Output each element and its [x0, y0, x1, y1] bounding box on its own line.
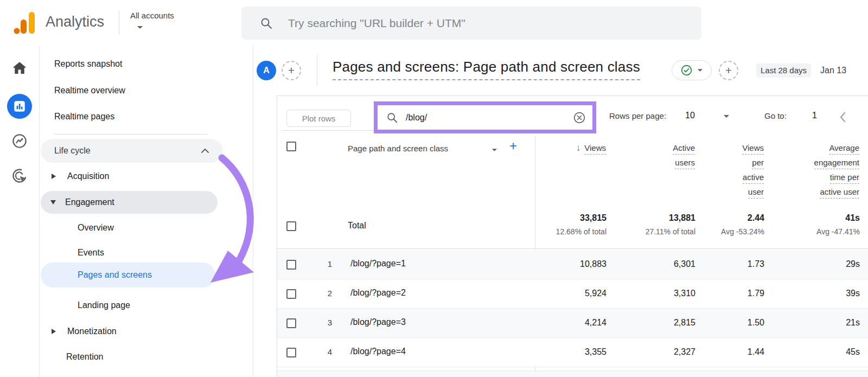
row-checkbox[interactable]	[286, 260, 296, 270]
table-total-row: Total 33,81512.68% of total 13,88127.11%…	[277, 204, 868, 249]
row-checkbox[interactable]	[286, 318, 296, 328]
row-checkbox[interactable]	[286, 348, 296, 357]
dimension-header[interactable]: Page path and screen class	[348, 144, 448, 153]
explore-icon[interactable]	[11, 133, 28, 149]
header-divider	[317, 55, 317, 86]
global-search-bar[interactable]: Try searching "URL builder + UTM"	[241, 7, 701, 40]
total-views: 33,81512.68% of total	[556, 213, 607, 236]
expand-right-icon	[52, 174, 56, 179]
total-active-users: 13,88127.11% of total	[646, 213, 695, 236]
sidebar-item-events[interactable]: Events	[78, 245, 104, 260]
report-nav-sidebar: Reports snapshot Realtime overview Realt…	[40, 46, 253, 377]
views-per-active-user-value: 1.50	[748, 318, 764, 328]
views-per-active-user-value: 1.79	[748, 289, 764, 298]
table-search-input[interactable]: /blog/	[374, 101, 596, 133]
table-row: 2 /blog/?page=2 5,924 3,310 1.79 39s	[277, 279, 868, 309]
next-row-partial	[277, 370, 868, 377]
views-value: 10,883	[580, 259, 607, 269]
total-row-checkbox[interactable]	[286, 221, 296, 231]
page-path: /blog/?page=4	[350, 347, 406, 356]
report-status-dropdown[interactable]	[672, 60, 712, 80]
expand-right-icon	[52, 329, 56, 334]
clear-search-icon[interactable]	[573, 111, 586, 124]
home-icon[interactable]	[11, 60, 28, 76]
active-users-value: 3,310	[674, 289, 695, 298]
select-all-checkbox[interactable]	[286, 142, 296, 151]
check-circle-icon	[681, 65, 692, 76]
active-users-value: 2,327	[674, 347, 695, 357]
sidebar-group-monetization[interactable]: Monetization	[41, 324, 117, 339]
sidebar-group-engagement[interactable]: Engagement	[41, 191, 218, 214]
page-path: /blog/?page=1	[350, 259, 406, 269]
section-label: Life cycle	[54, 146, 91, 156]
share-insights-button[interactable]: +	[719, 61, 738, 80]
avg-engagement-time-value: 29s	[846, 259, 860, 269]
sidebar-item-overview[interactable]: Overview	[78, 220, 114, 235]
product-name: Analytics	[46, 14, 104, 30]
add-dimension-icon[interactable]: +	[509, 138, 517, 154]
row-number: 4	[323, 347, 336, 356]
avg-engagement-time-value: 39s	[846, 289, 860, 298]
ga-app: Analytics All accounts Try searching "UR…	[0, 0, 868, 377]
search-icon	[386, 112, 398, 124]
table-row: 1 /blog/?page=1 10,883 6,301 1.73 29s	[277, 250, 868, 279]
rows-per-page-value[interactable]: 10	[685, 111, 695, 120]
date-range-selector[interactable]: Last 28 days	[756, 63, 811, 78]
sidebar-item-realtime-pages[interactable]: Realtime pages	[54, 109, 114, 124]
total-avg-engagement-time: 41sAvg -47.41%	[816, 213, 860, 236]
column-header-views[interactable]: ↓ Views	[576, 143, 606, 157]
sidebar-item-retention[interactable]: Retention	[66, 349, 104, 365]
report-title[interactable]: Pages and screens: Page path and screen …	[333, 59, 640, 80]
row-number: 2	[323, 289, 336, 298]
row-number: 1	[323, 259, 336, 269]
row-checkbox[interactable]	[286, 289, 296, 299]
column-header-average-engagement-time[interactable]: Average engagement time per active user	[814, 143, 859, 201]
sidebar-divider	[54, 134, 208, 135]
account-switcher[interactable]: All accounts	[130, 11, 174, 20]
views-value: 4,214	[585, 318, 607, 328]
nav-rail	[0, 46, 40, 377]
caret-down-icon[interactable]	[723, 114, 730, 118]
page-path: /blog/?page=3	[350, 317, 406, 327]
caret-down-icon[interactable]	[492, 148, 497, 152]
sidebar-item-reports-snapshot[interactable]: Reports snapshot	[54, 56, 122, 72]
avg-engagement-time-value: 21s	[846, 318, 860, 328]
date-range-start: Jan 13	[820, 63, 846, 78]
sidebar-item-landing-page[interactable]: Landing page	[78, 298, 130, 313]
active-users-value: 6,301	[674, 259, 695, 269]
search-placeholder: Try searching "URL builder + UTM"	[288, 17, 465, 30]
sidebar-group-acquisition[interactable]: Acquisition	[41, 169, 109, 184]
property-avatar[interactable]: A	[257, 61, 276, 80]
views-per-active-user-value: 1.44	[748, 347, 764, 357]
plot-rows-button[interactable]: Plot rows	[286, 110, 351, 127]
search-icon	[260, 17, 273, 30]
avg-engagement-time-value: 45s	[846, 347, 860, 357]
page-path: /blog/?page=2	[350, 288, 406, 298]
topbar-divider	[119, 11, 119, 35]
chevron-up-icon	[201, 149, 209, 153]
analytics-logo-icon	[13, 11, 37, 35]
sidebar-item-pages-and-screens[interactable]: Pages and screens	[41, 263, 215, 287]
column-header-active-users[interactable]: Active users	[673, 143, 695, 172]
table-search-value: /blog/	[406, 113, 427, 123]
advertising-icon[interactable]	[11, 168, 28, 184]
chevron-left-icon[interactable]	[837, 110, 849, 124]
sidebar-item-realtime-overview[interactable]: Realtime overview	[54, 83, 125, 98]
sidebar-section-life-cycle[interactable]: Life cycle	[41, 139, 223, 163]
reports-icon[interactable]	[7, 94, 32, 119]
table-row: 4 /blog/?page=4 3,355 2,327 1.44 45s	[277, 338, 868, 367]
go-to-page-input[interactable]: 1	[812, 111, 817, 120]
top-bar: Analytics All accounts Try searching "UR…	[0, 0, 868, 46]
views-per-active-user-value: 1.73	[748, 259, 764, 269]
sort-descending-icon: ↓	[576, 143, 581, 153]
caret-down-icon	[697, 68, 703, 72]
add-comparison-button[interactable]: +	[282, 61, 301, 80]
column-header-views-per-active-user[interactable]: Views per active user	[742, 143, 764, 201]
toolbar-underline	[282, 130, 374, 131]
active-users-value: 2,815	[674, 318, 695, 328]
total-label: Total	[348, 221, 366, 231]
caret-down-icon[interactable]	[137, 25, 143, 29]
report-table-card: Plot rows /blog/ Rows per page: 10 Go to…	[277, 95, 868, 377]
total-views-per-active-user: 2.44Avg -53.24%	[721, 213, 764, 236]
views-value: 3,355	[585, 347, 607, 357]
